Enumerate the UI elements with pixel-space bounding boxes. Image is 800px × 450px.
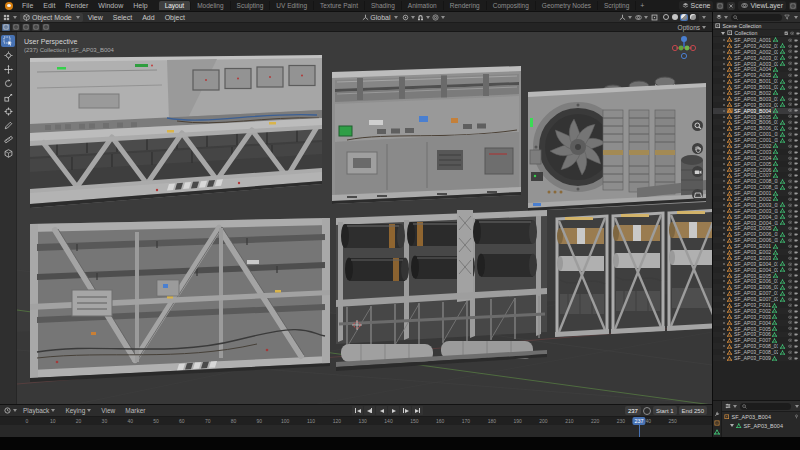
timeline-menu-item[interactable]: Playback [18, 407, 60, 414]
camera-icon[interactable] [794, 226, 799, 231]
camera-icon[interactable] [794, 291, 799, 296]
mode-dropdown[interactable]: Object Mode [20, 13, 83, 22]
camera-icon[interactable] [794, 150, 799, 155]
camera-icon[interactable] [794, 132, 799, 137]
camera-icon[interactable] [794, 238, 799, 243]
camera-icon[interactable] [794, 191, 799, 196]
camera-icon[interactable] [794, 67, 799, 72]
disclosure-dot-icon[interactable] [723, 304, 725, 306]
blender-logo-icon[interactable] [5, 2, 13, 10]
disclosure-dot-icon[interactable] [723, 198, 725, 200]
eye-icon[interactable] [788, 126, 793, 131]
camera-icon[interactable] [794, 285, 799, 290]
disclosure-dot-icon[interactable] [723, 210, 725, 212]
eye-icon[interactable] [788, 120, 793, 125]
show-overlays-dropdown[interactable] [634, 13, 649, 22]
eye-icon[interactable] [788, 320, 793, 325]
camera-icon[interactable] [794, 203, 799, 208]
camera-icon[interactable] [794, 161, 799, 166]
workspace-tab[interactable]: Rendering [444, 1, 487, 10]
scene-collection-row[interactable]: Scene Collection [713, 23, 800, 30]
camera-icon[interactable] [794, 209, 799, 214]
zoom-view-button[interactable] [692, 120, 703, 131]
camera-icon[interactable] [794, 309, 799, 314]
camera-icon[interactable] [794, 262, 799, 267]
camera-icon[interactable] [794, 79, 799, 84]
navigation-gizmo[interactable] [670, 34, 698, 62]
disclosure-dot-icon[interactable] [723, 151, 725, 153]
disclosure-dot-icon[interactable] [723, 192, 725, 194]
disclosure-dot-icon[interactable] [723, 257, 725, 259]
move-tool[interactable] [1, 63, 15, 75]
camera-icon[interactable] [794, 85, 799, 90]
camera-icon[interactable] [794, 73, 799, 78]
eye-icon[interactable] [788, 73, 793, 78]
eye-icon[interactable] [788, 350, 793, 355]
cursor-tool[interactable] [1, 49, 15, 61]
camera-icon[interactable] [794, 273, 799, 278]
workspace-tab[interactable]: Scripting [598, 1, 636, 10]
menu-item[interactable]: Help [128, 2, 152, 9]
start-frame-field[interactable]: Start 1 [653, 406, 677, 415]
shading-dropdown-icon[interactable] [702, 16, 706, 19]
eye-icon[interactable] [788, 67, 793, 72]
camera-icon[interactable] [794, 297, 799, 302]
camera-icon[interactable] [794, 185, 799, 190]
timeline-menu-item[interactable]: Keying [60, 407, 96, 414]
disclosure-dot-icon[interactable] [723, 169, 725, 171]
eye-icon[interactable] [788, 114, 793, 119]
disclosure-dot-icon[interactable] [723, 227, 725, 229]
disclosure-dot-icon[interactable] [723, 216, 725, 218]
disclosure-dot-icon[interactable] [723, 251, 725, 253]
eye-icon[interactable] [788, 315, 793, 320]
disclosure-dot-icon[interactable] [723, 316, 725, 318]
outliner-search[interactable] [731, 14, 782, 21]
camera-icon[interactable] [794, 214, 799, 219]
snap-toggle[interactable] [416, 13, 431, 22]
disclosure-dot-icon[interactable] [723, 322, 725, 324]
unlink-scene-button[interactable] [727, 2, 735, 10]
perspective-toggle-button[interactable] [692, 189, 703, 200]
play-reverse-button[interactable] [376, 406, 387, 415]
disclosure-dot-icon[interactable] [723, 86, 725, 88]
select-extend-mode-button[interactable] [12, 24, 20, 31]
eye-icon[interactable] [788, 97, 793, 102]
disclosure-dot-icon[interactable] [723, 233, 725, 235]
select-intersect-mode-button[interactable] [42, 24, 50, 31]
timeline-ruler[interactable]: 0 10 20 30 40 50 60 70 80 90 [0, 417, 712, 425]
outliner-editor-dropdown[interactable] [715, 13, 729, 22]
camera-icon[interactable] [794, 138, 799, 143]
workspace-tab[interactable]: Texture Paint [314, 1, 365, 10]
disclosure-dot-icon[interactable] [723, 286, 725, 288]
camera-icon[interactable] [794, 173, 799, 178]
disclosure-dot-icon[interactable] [723, 45, 725, 47]
model-panel-a[interactable] [30, 55, 322, 208]
disclosure-dot-icon[interactable] [723, 116, 725, 118]
eye-icon[interactable] [788, 38, 793, 43]
camera-icon[interactable] [794, 279, 799, 284]
eye-icon[interactable] [788, 267, 793, 272]
eye-icon[interactable] [788, 79, 793, 84]
material-preview-button[interactable] [680, 14, 688, 21]
disclosure-dot-icon[interactable] [723, 92, 725, 94]
camera-icon[interactable] [794, 144, 799, 149]
camera-icon[interactable] [794, 197, 799, 202]
jump-to-end-button[interactable] [412, 406, 423, 415]
disclosure-dot-icon[interactable] [723, 98, 725, 100]
camera-icon[interactable] [794, 315, 799, 320]
workspace-tab[interactable]: Animation [402, 1, 444, 10]
outliner-search-input[interactable] [739, 14, 780, 20]
disclosure-dot-icon[interactable] [723, 145, 725, 147]
camera-icon[interactable] [794, 91, 799, 96]
disclosure-dot-icon[interactable] [723, 351, 725, 353]
eye-icon[interactable] [788, 179, 793, 184]
play-button[interactable] [388, 406, 399, 415]
eye-icon[interactable] [788, 297, 793, 302]
disclosure-dot-icon[interactable] [723, 68, 725, 70]
disclosure-dot-icon[interactable] [723, 222, 725, 224]
disclosure-dot-icon[interactable] [723, 298, 725, 300]
wireframe-shading-button[interactable] [662, 14, 670, 21]
disclosure-dot-icon[interactable] [723, 104, 725, 106]
disclosure-dot-icon[interactable] [723, 51, 725, 53]
disclosure-dot-icon[interactable] [723, 292, 725, 294]
